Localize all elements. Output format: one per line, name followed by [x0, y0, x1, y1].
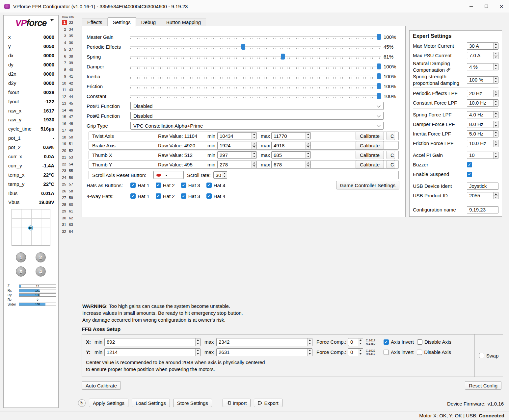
expert-spinner[interactable]: 10 — [467, 152, 498, 159]
ffb-max-spinner-value[interactable]: 2631 — [217, 349, 307, 356]
max-spinner-value[interactable]: 4918 — [272, 142, 306, 149]
expert-spinner-value[interactable]: 2055 — [467, 192, 493, 199]
spin-up-button[interactable] — [308, 349, 312, 353]
spin-up-button[interactable] — [196, 349, 200, 353]
spin-down-button[interactable] — [494, 155, 498, 159]
spin-up-button[interactable] — [494, 111, 498, 115]
swap-checkbox-item[interactable]: Swap — [479, 353, 499, 358]
spinner-arrows[interactable] — [493, 152, 498, 159]
spin-up-button[interactable] — [252, 133, 256, 136]
spinner-arrows[interactable] — [493, 43, 498, 49]
tab-debug[interactable]: Debug — [136, 18, 161, 26]
axis-invert-checkbox-item[interactable]: Axis invert — [384, 349, 414, 355]
maximize-button[interactable] — [479, 0, 494, 12]
spin-up-button[interactable] — [222, 172, 227, 175]
swap-checkbox[interactable] — [479, 353, 484, 358]
force-comp-spinner[interactable]: 0 — [348, 338, 363, 346]
hat-checkbox[interactable] — [206, 193, 212, 199]
c-button[interactable]: C — [387, 132, 395, 140]
c-button[interactable]: C — [387, 151, 395, 159]
hat-checkbox[interactable] — [130, 193, 136, 199]
slider-handle[interactable] — [377, 83, 381, 89]
spin-down-button[interactable] — [494, 143, 498, 147]
tab-button-mapping[interactable]: Button Mapping — [161, 18, 206, 26]
spin-down-button[interactable] — [252, 165, 256, 168]
axis-invert-checkbox[interactable] — [384, 339, 389, 345]
reset-config-button[interactable]: Reset Config — [465, 381, 501, 390]
spin-up-button[interactable] — [306, 152, 310, 155]
max-spinner-value[interactable]: 678 — [272, 161, 306, 168]
ffb-min-spinner-value[interactable]: 892 — [105, 338, 195, 346]
spinner-arrows[interactable] — [358, 338, 363, 346]
slider-track[interactable] — [130, 34, 381, 40]
spin-up-button[interactable] — [306, 142, 310, 146]
tab-effects[interactable]: Effects — [82, 18, 108, 26]
spin-down-button[interactable] — [358, 342, 363, 346]
slider-track[interactable] — [130, 93, 381, 99]
spin-up-button[interactable] — [494, 121, 498, 125]
spinner-arrows[interactable] — [306, 152, 310, 158]
spin-down-button[interactable] — [358, 352, 363, 356]
spin-down-button[interactable] — [494, 80, 498, 83]
min-spinner-value[interactable]: 278 — [218, 161, 252, 168]
max-spinner[interactable]: 4918 — [271, 142, 311, 149]
spinner-arrows[interactable] — [307, 349, 312, 356]
spin-up-button[interactable] — [494, 140, 498, 144]
spinner-arrows[interactable] — [252, 161, 256, 168]
min-spinner[interactable]: 278 — [217, 161, 257, 168]
spin-up-button[interactable] — [306, 133, 310, 136]
axis-invert-checkbox[interactable] — [384, 350, 389, 355]
spin-down-button[interactable] — [252, 155, 256, 159]
expert-spinner[interactable]: 30 A — [467, 42, 498, 50]
slider-handle[interactable] — [241, 44, 245, 50]
spin-up-button[interactable] — [308, 338, 312, 342]
spin-down-button[interactable] — [494, 56, 498, 59]
spinner-arrows[interactable] — [195, 349, 200, 356]
expert-spinner-value[interactable]: 7.0 A — [467, 52, 493, 59]
minimize-button[interactable] — [464, 0, 479, 12]
spin-up-button[interactable] — [494, 131, 498, 134]
hat-checkbox[interactable] — [130, 183, 136, 188]
spinner-arrows[interactable] — [195, 338, 200, 346]
hat-checkbox[interactable] — [156, 193, 161, 199]
spinner-arrows[interactable] — [358, 349, 363, 356]
slider-handle[interactable] — [377, 73, 381, 79]
spin-up-button[interactable] — [494, 90, 498, 94]
hat-checkbox-item[interactable]: Hat 4 — [206, 193, 226, 199]
spin-up-button[interactable] — [252, 152, 256, 155]
close-button[interactable]: × — [494, 0, 509, 12]
expert-text-field[interactable]: Joystick — [467, 183, 498, 190]
spin-down-button[interactable] — [308, 342, 312, 346]
expert-spinner[interactable]: 4 % — [467, 63, 498, 70]
slider-handle[interactable] — [377, 93, 381, 99]
spin-down-button[interactable] — [494, 124, 498, 128]
spinner-arrows[interactable] — [493, 52, 498, 59]
slider-handle[interactable] — [281, 54, 285, 60]
min-spinner[interactable]: 1924 — [217, 142, 257, 149]
spin-down-button[interactable] — [494, 103, 498, 106]
spinner-arrows[interactable] — [493, 63, 498, 70]
ffb-max-spinner[interactable]: 2342 — [216, 338, 312, 346]
spin-down-button[interactable] — [306, 155, 310, 159]
scroll-rate-spinner[interactable]: 30 — [213, 171, 227, 179]
min-spinner[interactable]: 297 — [217, 151, 257, 159]
spinner-arrows[interactable] — [493, 131, 498, 137]
min-spinner[interactable]: 10434 — [217, 132, 257, 139]
spinner-arrows[interactable] — [493, 100, 498, 106]
spin-up-button[interactable] — [306, 161, 310, 165]
export-button[interactable]: Export — [254, 399, 282, 407]
force-comp-spinner[interactable]: 0 — [348, 348, 363, 356]
refresh-button[interactable]: ↻ — [78, 399, 86, 407]
spin-down-button[interactable] — [252, 146, 256, 149]
hat-checkbox-item[interactable]: Hat 2 — [156, 193, 175, 199]
spin-down-button[interactable] — [308, 352, 312, 356]
spinner-arrows[interactable] — [306, 161, 310, 168]
max-spinner-value[interactable]: 685 — [272, 152, 306, 158]
ffb-max-spinner[interactable]: 2631 — [216, 348, 312, 356]
slider-track[interactable] — [130, 63, 381, 70]
spin-down-button[interactable] — [222, 175, 227, 179]
spinner-arrows[interactable] — [252, 152, 256, 158]
scroll-rate-spinner-value[interactable]: 30 — [214, 172, 222, 178]
hat-checkbox[interactable] — [206, 183, 212, 188]
ffb-min-spinner[interactable]: 1214 — [104, 348, 201, 356]
